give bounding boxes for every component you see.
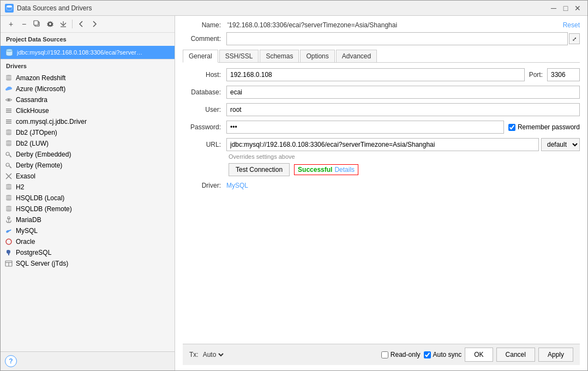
driver-label: Derby (Embedded): [16, 151, 71, 158]
driver-label: H2: [16, 183, 24, 191]
driver-icon: [5, 172, 13, 180]
driver-item[interactable]: Derby (Embedded): [1, 149, 175, 160]
driver-item[interactable]: PostgreSQL: [1, 247, 175, 258]
driver-label: Azure (Microsoft): [16, 85, 65, 93]
password-row: Password: Remember password: [183, 121, 580, 134]
apply-button[interactable]: Apply: [538, 348, 573, 362]
svg-point-33: [6, 199, 11, 201]
import-button[interactable]: [57, 18, 69, 30]
test-row: Test Connection Successful Details: [229, 163, 580, 176]
driver-item[interactable]: Cassandra: [1, 94, 175, 105]
datasource-item[interactable]: jdbc:mysql://192.168.0.108:3306/ecai?ser…: [1, 46, 175, 59]
comment-expand-button[interactable]: ⤢: [569, 33, 580, 44]
ok-button[interactable]: OK: [465, 348, 493, 362]
driver-item[interactable]: com.mysql.cj.jdbc.Driver: [1, 116, 175, 127]
driver-label: Amazon Redshift: [16, 74, 65, 82]
remember-password-text: Remember password: [518, 123, 580, 131]
svg-point-30: [6, 188, 11, 190]
driver-link[interactable]: MySQL: [226, 182, 248, 189]
app-icon: [5, 4, 14, 13]
driver-item[interactable]: Db2 (JTOpen): [1, 127, 175, 138]
driver-item[interactable]: Exasol: [1, 171, 175, 182]
url-dropdown[interactable]: default: [541, 138, 580, 151]
nav-back-button[interactable]: [75, 18, 87, 30]
driver-label: Exasol: [16, 172, 35, 180]
url-input[interactable]: [226, 138, 539, 151]
test-result-box: Successful Details: [294, 164, 358, 175]
tab-options[interactable]: Options: [300, 50, 334, 62]
driver-item[interactable]: HSQLDB (Local): [1, 193, 175, 204]
driver-icon: [5, 85, 13, 93]
main-window: Data Sources and Drivers ─ □ ✕ + −: [0, 0, 588, 371]
remove-button[interactable]: −: [18, 18, 30, 30]
tab-schemas[interactable]: Schemas: [260, 50, 299, 62]
readonly-checkbox[interactable]: [381, 351, 388, 358]
settings-button[interactable]: [44, 18, 56, 30]
autosync-text: Auto sync: [433, 351, 462, 358]
svg-point-1: [7, 5, 12, 8]
name-value: '192.168.0.108:3306/ecai?serverTimezone=…: [226, 21, 559, 29]
driver-item[interactable]: Derby (Remote): [1, 160, 175, 171]
svg-point-37: [8, 217, 10, 219]
reset-link[interactable]: Reset: [563, 21, 580, 29]
driver-item[interactable]: Db2 (LUW): [1, 138, 175, 149]
help-button[interactable]: ?: [5, 355, 17, 367]
driver-icon: [5, 183, 13, 191]
driver-item[interactable]: Amazon Redshift: [1, 73, 175, 83]
driver-label: com.mysql.cj.jdbc.Driver: [16, 118, 87, 125]
tx-dropdown[interactable]: Auto: [201, 350, 225, 359]
driver-item[interactable]: HSQLDB (Remote): [1, 204, 175, 214]
cancel-button[interactable]: Cancel: [496, 348, 535, 362]
driver-icon: [5, 161, 13, 169]
left-toolbar: + −: [1, 16, 175, 33]
comment-row: Comment: ⤢: [183, 32, 580, 45]
name-label: Name:: [183, 21, 226, 29]
driver-label: Derby (Remote): [16, 161, 62, 169]
driver-item[interactable]: MySQL: [1, 225, 175, 236]
svg-point-22: [6, 133, 11, 135]
driver-label: PostgreSQL: [16, 249, 51, 256]
copy-button[interactable]: [31, 18, 43, 30]
tab-bar: General SSH/SSL Schemas Options Advanced: [183, 50, 580, 63]
right-panel: Name: '192.168.0.108:3306/ecai?serverTim…: [175, 16, 587, 370]
datasource-label: jdbc:mysql://192.168.0.108:3306/ecai?ser…: [17, 49, 142, 56]
comment-input[interactable]: [226, 32, 568, 45]
database-input[interactable]: [226, 86, 580, 99]
database-label: Database:: [183, 88, 226, 96]
tab-advanced[interactable]: Advanced: [336, 50, 377, 62]
autosync-checkbox[interactable]: [424, 351, 431, 358]
password-input[interactable]: [226, 121, 504, 134]
minimize-button[interactable]: ─: [548, 3, 559, 14]
driver-item[interactable]: ClickHouse: [1, 105, 175, 116]
driver-icon: [5, 238, 13, 246]
driver-row: Driver: MySQL: [183, 182, 580, 189]
port-label: Port:: [525, 71, 547, 79]
driver-label: MySQL: [16, 227, 38, 235]
close-button[interactable]: ✕: [572, 3, 583, 14]
driver-item[interactable]: MariaDB: [1, 214, 175, 225]
host-input[interactable]: [226, 68, 525, 81]
maximize-button[interactable]: □: [560, 3, 571, 14]
nav-forward-button[interactable]: [88, 18, 100, 30]
driver-item[interactable]: Azure (Microsoft): [1, 83, 175, 94]
overrides-text: Overrides settings above: [229, 153, 580, 160]
driver-label: Db2 (LUW): [16, 140, 49, 147]
driver-icon: [5, 96, 13, 104]
tab-ssh-ssl[interactable]: SSH/SSL: [219, 50, 259, 62]
driver-label: Db2 (JTOpen): [16, 129, 57, 136]
remember-password-checkbox[interactable]: [508, 124, 515, 131]
driver-item[interactable]: H2: [1, 182, 175, 193]
tab-general[interactable]: General: [183, 50, 218, 63]
svg-point-5: [49, 23, 51, 25]
add-button[interactable]: +: [5, 18, 17, 30]
svg-point-40: [6, 239, 11, 244]
driver-item[interactable]: Oracle: [1, 236, 175, 247]
port-input[interactable]: [547, 68, 580, 81]
successful-text: Successful: [298, 166, 332, 173]
details-link[interactable]: Details: [334, 166, 355, 173]
driver-item[interactable]: SQL Server (jTds): [1, 258, 175, 269]
remember-password-label: Remember password: [508, 123, 580, 131]
user-row: User:: [183, 103, 580, 116]
test-connection-button[interactable]: Test Connection: [229, 163, 290, 176]
user-input[interactable]: [226, 103, 580, 116]
